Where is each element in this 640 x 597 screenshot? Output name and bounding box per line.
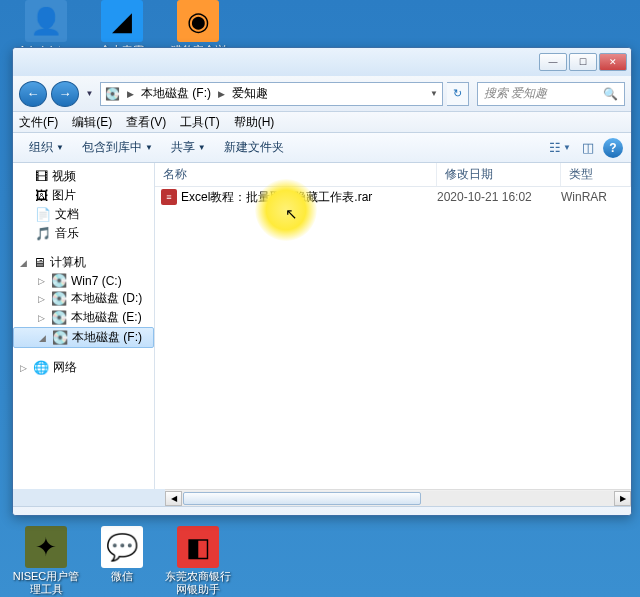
nav-tree[interactable]: 🎞视频 🖼图片 📄文档 🎵音乐 ◢🖥计算机 ▷💽Win7 (C:) ▷💽本地磁盘… [13,163,155,489]
breadcrumb-drive[interactable]: 本地磁盘 (F:) [141,85,211,102]
tree-documents[interactable]: 📄文档 [13,205,154,224]
col-type[interactable]: 类型 [561,163,631,186]
tree-drive-e[interactable]: ▷💽本地磁盘 (E:) [13,308,154,327]
search-input[interactable]: 搜索 爱知趣 🔍 [477,82,625,106]
tree-computer[interactable]: ◢🖥计算机 [13,253,154,272]
menu-help[interactable]: 帮助(H) [234,114,275,131]
wechat-icon: 💬 [101,526,143,568]
expand-icon[interactable]: ▷ [35,313,47,323]
browser-icon: ◉ [177,0,219,42]
tool-icon: ✦ [25,526,67,568]
column-headers: 名称 修改日期 类型 [155,163,631,187]
explorer-window: — ☐ ✕ ← → ▼ 💽 ▶ 本地磁盘 (F:) ▶ 爱知趣 ▼ ↻ 搜索 爱… [12,47,632,516]
address-bar[interactable]: 💽 ▶ 本地磁盘 (F:) ▶ 爱知趣 ▼ [100,82,443,106]
drive-icon: 💽 [51,291,67,306]
chevron-down-icon: ▼ [198,143,206,152]
desktop-icon-wechat[interactable]: 💬 微信 [86,526,158,583]
organize-button[interactable]: 组织▼ [21,136,72,159]
file-type: WinRAR [561,190,607,204]
search-icon: 🔍 [603,87,618,101]
share-button[interactable]: 共享▼ [163,136,214,159]
menu-view[interactable]: 查看(V) [126,114,166,131]
menu-edit[interactable]: 编辑(E) [72,114,112,131]
preview-pane-button[interactable]: ◫ [575,140,601,155]
status-bar: 1 个对象 [13,506,631,516]
chevron-right-icon: ▶ [125,89,136,99]
forward-button[interactable]: → [51,81,79,107]
shield-icon: ◢ [101,0,143,42]
tree-drive-f[interactable]: ◢💽本地磁盘 (F:) [13,327,154,348]
col-name[interactable]: 名称 [155,163,437,186]
horizontal-scrollbar[interactable]: ◀ ▶ [165,489,631,506]
tree-network[interactable]: ▷🌐网络 [13,358,154,377]
tree-drive-d[interactable]: ▷💽本地磁盘 (D:) [13,289,154,308]
file-name: Excel教程：批量取消隐藏工作表.rar [181,189,437,206]
picture-icon: 🖼 [35,188,48,203]
file-row[interactable]: ≡ Excel教程：批量取消隐藏工作表.rar 2020-10-21 16:02… [155,187,631,207]
minimize-button[interactable]: — [539,53,567,71]
music-icon: 🎵 [35,226,51,241]
user-icon: 👤 [25,0,67,42]
address-dropdown-icon[interactable]: ▼ [430,89,438,98]
rar-icon: ≡ [161,189,177,205]
desktop-icon-nisec[interactable]: ✦ NISEC用户管理工具 [10,526,82,596]
collapse-icon[interactable]: ◢ [36,333,48,343]
drive-icon: 💽 [51,273,67,288]
menu-file[interactable]: 文件(F) [19,114,58,131]
expand-icon[interactable]: ▷ [17,363,29,373]
tree-videos[interactable]: 🎞视频 [13,167,154,186]
drive-icon: 💽 [52,330,68,345]
expand-icon[interactable]: ▷ [35,294,47,304]
file-list: 名称 修改日期 类型 ≡ Excel教程：批量取消隐藏工作表.rar 2020-… [155,163,631,489]
view-mode-button[interactable]: ☷▼ [547,140,573,155]
tree-music[interactable]: 🎵音乐 [13,224,154,243]
breadcrumb-folder[interactable]: 爱知趣 [232,85,268,102]
menu-tools[interactable]: 工具(T) [180,114,219,131]
refresh-button[interactable]: ↻ [447,82,469,106]
scroll-thumb[interactable] [183,492,421,505]
maximize-button[interactable]: ☐ [569,53,597,71]
network-icon: 🌐 [33,360,49,375]
back-button[interactable]: ← [19,81,47,107]
drive-icon: 💽 [105,87,120,101]
scroll-right-button[interactable]: ▶ [614,491,631,506]
scroll-left-button[interactable]: ◀ [165,491,182,506]
folder-icon [23,516,65,517]
desktop-icon-bank[interactable]: ◧ 东莞农商银行网银助手 [162,526,234,596]
drive-icon: 💽 [51,310,67,325]
nav-bar: ← → ▼ 💽 ▶ 本地磁盘 (F:) ▶ 爱知趣 ▼ ↻ 搜索 爱知趣 🔍 [13,76,631,112]
new-folder-button[interactable]: 新建文件夹 [216,136,292,159]
menu-bar: 文件(F) 编辑(E) 查看(V) 工具(T) 帮助(H) [13,112,631,133]
toolbar: 组织▼ 包含到库中▼ 共享▼ 新建文件夹 ☷▼ ◫ ? [13,133,631,163]
titlebar[interactable]: — ☐ ✕ [13,48,631,76]
chevron-right-icon: ▶ [216,89,227,99]
tree-drive-c[interactable]: ▷💽Win7 (C:) [13,272,154,289]
history-dropdown-icon[interactable]: ▼ [83,81,96,107]
include-library-button[interactable]: 包含到库中▼ [74,136,161,159]
cursor-icon: ↖ [285,205,298,223]
chevron-down-icon: ▼ [56,143,64,152]
file-modified: 2020-10-21 16:02 [437,190,561,204]
close-button[interactable]: ✕ [599,53,627,71]
bank-icon: ◧ [177,526,219,568]
tree-pictures[interactable]: 🖼图片 [13,186,154,205]
video-icon: 🎞 [35,169,48,184]
expand-icon[interactable]: ▷ [35,276,47,286]
computer-icon: 🖥 [33,255,46,270]
document-icon: 📄 [35,207,51,222]
collapse-icon[interactable]: ◢ [17,258,29,268]
chevron-down-icon: ▼ [145,143,153,152]
col-modified[interactable]: 修改日期 [437,163,561,186]
help-button[interactable]: ? [603,138,623,158]
